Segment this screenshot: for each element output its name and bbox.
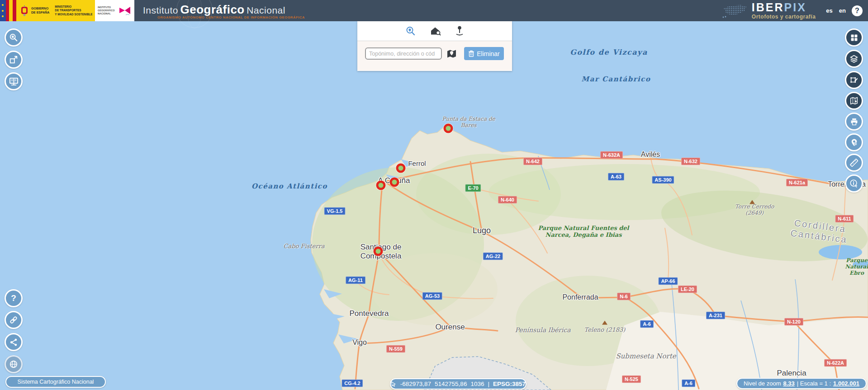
ign-text: INSTITUTO GEOGRÁFICO NACIONAL xyxy=(98,6,115,15)
brand-iber: IBER xyxy=(752,1,784,14)
eu-flag-strip xyxy=(0,0,16,21)
zoom-box-icon xyxy=(9,33,18,42)
title-geografico: Geográfico xyxy=(180,3,245,16)
poi-button[interactable]: o xyxy=(845,133,863,151)
scale-prefix: | Escala = 1 : xyxy=(797,380,831,387)
zoom-scale-pill: Nivel de zoom 8.33 | Escala = 1 : 1.002.… xyxy=(736,378,867,389)
screen-compare-icon xyxy=(9,77,19,86)
coat-of-arms-icon xyxy=(20,5,29,17)
coord-x: -682973,87 xyxy=(400,381,431,387)
title-instituto: Instituto xyxy=(143,5,178,15)
lang-en-button[interactable]: en xyxy=(839,7,846,14)
spain-flag-yellow xyxy=(9,0,13,21)
folded-map-icon xyxy=(849,96,859,105)
search-input[interactable] xyxy=(365,47,442,60)
pin-info-icon: o xyxy=(850,138,859,147)
link-icon xyxy=(9,315,18,324)
scn-button[interactable]: Sistema Cartográfico Nacional xyxy=(5,376,106,388)
select-on-map-button[interactable] xyxy=(446,48,457,61)
house-search-icon xyxy=(430,26,441,37)
map-marker[interactable] xyxy=(444,124,453,133)
cartography-button[interactable] xyxy=(845,92,863,110)
coord-z: 1036 xyxy=(470,381,484,387)
svg-text:o: o xyxy=(855,143,856,145)
ign-logo-block: INSTITUTO GEOGRÁFICO NACIONAL xyxy=(95,0,134,21)
tab-coordinates-search[interactable] xyxy=(455,25,464,37)
zoom-box-button[interactable] xyxy=(5,28,23,47)
comparator-button[interactable] xyxy=(5,72,23,90)
coord-y: 5142755,86 xyxy=(435,381,467,387)
question-icon: ? xyxy=(11,293,16,303)
search-tabs xyxy=(357,21,512,41)
globe-3d-button[interactable] xyxy=(5,355,23,373)
iberpix-app: Golfo de VizcayaMar CantábricoOcéano Atl… xyxy=(0,0,868,390)
print-button[interactable] xyxy=(845,113,863,131)
gobierno-logo-block: GOBIERNO DE ESPAÑA MINISTERIO DE TRANSPO… xyxy=(16,0,95,21)
map-pin-select-icon xyxy=(446,48,457,59)
share-button[interactable] xyxy=(5,333,23,351)
search-fields: Eliminar xyxy=(357,41,512,70)
zoom-level-value[interactable]: 8.33 xyxy=(783,380,794,387)
share-icon xyxy=(9,338,18,347)
tab-toponym-search[interactable] xyxy=(405,26,416,37)
vector-edit-button[interactable] xyxy=(845,71,863,89)
eliminar-button[interactable]: Eliminar xyxy=(464,47,504,60)
eliminar-label: Eliminar xyxy=(477,50,500,57)
reservoir xyxy=(819,245,862,259)
basemaps-button[interactable] xyxy=(845,28,863,47)
polygon-pencil-icon xyxy=(849,75,859,85)
spain-dotted-map-icon xyxy=(722,3,748,19)
coordinates-pill: -682973,87 5142755,86 1036 | EPSG:3857 xyxy=(390,378,526,390)
spain-flag-red xyxy=(13,0,16,21)
globe-icon xyxy=(9,360,18,369)
header-help-button[interactable]: ? xyxy=(852,5,863,16)
info-cursor-icon xyxy=(849,179,859,188)
search-pin-icon xyxy=(405,26,416,37)
epsg-label: EPSG:3857 xyxy=(493,381,526,387)
measure-button[interactable] xyxy=(845,154,863,172)
brand-tagline: Ortofotos y cartografía xyxy=(752,14,816,20)
ministerio-text: MINISTERIO DE TRANSPORTES Y MOVILIDAD SO… xyxy=(55,5,92,16)
header-bar: GOBIERNO DE ESPAÑA MINISTERIO DE TRANSPO… xyxy=(0,0,868,21)
ign-logo-icon xyxy=(117,4,132,18)
eu-flag xyxy=(0,0,6,21)
scale-value[interactable]: 1.002.001 xyxy=(833,380,859,387)
map-marker[interactable] xyxy=(374,247,383,256)
brand-pix: PIX xyxy=(784,1,806,14)
ruler-icon xyxy=(849,158,859,167)
map-marker[interactable] xyxy=(390,178,399,187)
feature-info-button[interactable] xyxy=(845,174,863,193)
site-subtitle: ORGANISMO AUTÓNOMO CENTRO NACIONAL DE IN… xyxy=(157,15,305,19)
site-title: Instituto Geográfico Nacional xyxy=(143,3,285,17)
title-nacional: Nacional xyxy=(247,5,285,15)
printer-icon xyxy=(850,117,859,126)
search-panel: Eliminar xyxy=(357,21,512,71)
map-marker[interactable] xyxy=(376,181,386,190)
lang-es-button[interactable]: es xyxy=(826,7,832,14)
help-button[interactable]: ? xyxy=(5,289,23,307)
previous-extent-button[interactable] xyxy=(5,51,23,69)
map-marker[interactable] xyxy=(396,164,406,173)
trash-icon xyxy=(468,50,474,57)
spain-flag-red xyxy=(6,0,9,21)
cursor-icon xyxy=(391,381,397,388)
scn-label: Sistema Cartográfico Nacional xyxy=(18,379,94,385)
extent-icon xyxy=(9,55,18,64)
brand-area: IBERPIX Ortofotos y cartografía es en ? xyxy=(722,0,868,21)
permalink-button[interactable] xyxy=(5,311,23,329)
iberpix-logo: IBERPIX Ortofotos y cartografía xyxy=(752,2,816,20)
gobierno-text: GOBIERNO DE ESPAÑA xyxy=(31,7,49,15)
location-pin-icon xyxy=(455,25,464,37)
tab-address-search[interactable] xyxy=(430,26,441,37)
layers-button[interactable] xyxy=(845,50,863,68)
coord-separator: | xyxy=(488,381,489,387)
layers-icon xyxy=(849,54,859,63)
grid-icon xyxy=(850,33,859,42)
zoom-level-label: Nivel de zoom xyxy=(744,380,781,387)
